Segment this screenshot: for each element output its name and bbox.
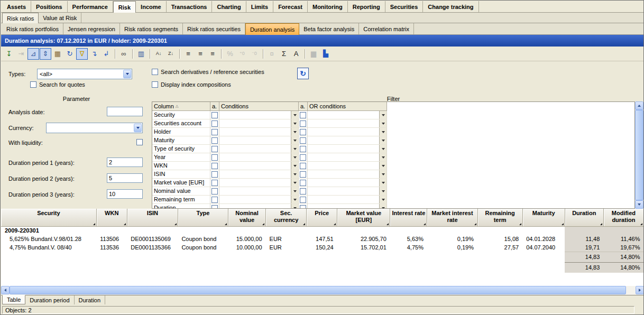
column-header-security[interactable]: Security: [1, 209, 96, 226]
group-label[interactable]: 2009-220301: [1, 226, 565, 235]
chevron-down-icon[interactable]: [291, 145, 298, 153]
column-header-wkn[interactable]: WKN: [96, 209, 127, 226]
tab-risk-ratios[interactable]: Risk ratios: [2, 13, 39, 23]
tab-charting[interactable]: Charting: [212, 1, 246, 12]
cell-duration[interactable]: 11,48: [565, 235, 603, 243]
tab-table[interactable]: Table: [2, 295, 25, 304]
chevron-down-icon[interactable]: [291, 111, 298, 119]
scroll-right-button[interactable]: [636, 286, 644, 294]
checkbox-icon[interactable]: [211, 154, 218, 161]
chevron-down-icon[interactable]: [291, 153, 298, 161]
cell-maturity[interactable]: 04.01.2028: [522, 235, 565, 243]
filter-header-column[interactable]: Column△: [152, 102, 210, 111]
checkbox-icon[interactable]: [300, 146, 306, 152]
tab-transactions[interactable]: Transactions: [167, 1, 213, 12]
checkbox-icon[interactable]: [211, 188, 218, 194]
apply-refresh-button[interactable]: ↻: [297, 68, 309, 79]
cell-interest-rate[interactable]: 5,63%: [390, 235, 427, 243]
tab-limits[interactable]: Limits: [246, 1, 273, 12]
filter-header-conditions[interactable]: Conditions: [219, 102, 299, 111]
currency-select[interactable]: [46, 123, 143, 133]
column-header-interest-rate[interactable]: Interest rate: [390, 209, 427, 226]
cell-market-interest-rate[interactable]: 0,19%: [427, 243, 477, 252]
checkbox-icon[interactable]: [211, 163, 218, 169]
scroll-up-button[interactable]: [635, 101, 643, 110]
expand-rows-icon[interactable]: ⇕: [40, 48, 51, 60]
chevron-down-icon[interactable]: [379, 162, 387, 170]
group-row[interactable]: 2009-220301: [1, 226, 644, 235]
chevron-down-icon[interactable]: [291, 128, 298, 136]
tab-monitoring[interactable]: Monitoring: [308, 1, 348, 12]
chevron-down-icon[interactable]: [291, 179, 298, 187]
cell-type[interactable]: Coupon bond: [178, 243, 228, 252]
chevron-down-icon[interactable]: [123, 70, 131, 78]
filter-vertical-scrollbar[interactable]: [635, 101, 643, 209]
checkbox-icon[interactable]: [300, 112, 306, 118]
align-right-icon[interactable]: ≡: [207, 48, 218, 60]
refresh-icon[interactable]: ↻: [64, 48, 76, 60]
cell-remaining-term[interactable]: 27,57: [477, 243, 522, 252]
tab-risk-ratios-securities[interactable]: Risk ratios securities: [183, 23, 245, 34]
checkbox-icon[interactable]: [300, 137, 306, 144]
cell-modified-duration[interactable]: 19,67%: [603, 243, 643, 252]
filter-header-or-conditions[interactable]: OR conditions: [308, 102, 387, 111]
tab-duration-analysis[interactable]: Duration analysis: [245, 23, 299, 35]
cell-price[interactable]: 150,24: [307, 243, 337, 252]
cell-security[interactable]: 4,75% Bundanl.V. 08/40: [1, 243, 96, 252]
cell-nominal-value[interactable]: 10.000,00: [228, 243, 266, 252]
cell-wkn[interactable]: 113506: [96, 235, 127, 243]
checkbox-icon[interactable]: [300, 171, 306, 178]
column-header-nominal-value[interactable]: Nominal value: [228, 209, 266, 226]
column-header-isin[interactable]: ISIN: [127, 209, 178, 226]
types-select[interactable]: <all>: [37, 69, 132, 79]
display-index-checkbox-row[interactable]: Display index compositions: [152, 81, 231, 88]
chevron-down-icon[interactable]: [379, 170, 387, 178]
cell-duration[interactable]: 19,71: [565, 243, 603, 252]
cell-modified-duration[interactable]: 11,46%: [603, 235, 643, 243]
duration-period3-input[interactable]: [107, 189, 143, 199]
checkbox-icon[interactable]: [152, 81, 158, 88]
checkbox-icon[interactable]: [300, 163, 306, 169]
checkbox-icon[interactable]: [211, 129, 218, 135]
cell-maturity[interactable]: 04.07.2040: [522, 243, 565, 252]
checkbox-icon[interactable]: [211, 171, 218, 178]
tab-correlation-matrix[interactable]: Correlation matrix: [359, 23, 414, 34]
column-header-modified-duration[interactable]: Modified duration: [603, 209, 643, 226]
checkbox-icon[interactable]: [300, 121, 306, 127]
search-binoculars-icon[interactable]: ∞: [118, 48, 130, 60]
cell-market-interest-rate[interactable]: 0,19%: [427, 235, 477, 243]
font-icon[interactable]: A: [290, 48, 302, 60]
scroll-left-button[interactable]: [1, 286, 10, 294]
tab-jensen-regression[interactable]: Jensen regression: [63, 23, 120, 34]
drill-down-icon[interactable]: ↴: [88, 48, 100, 60]
columns-icon[interactable]: ▥: [135, 48, 147, 60]
tab-beta-factor-analysis[interactable]: Beta factor analysis: [299, 23, 359, 34]
chart-wizard-icon[interactable]: ▙: [320, 48, 332, 60]
cell-wkn[interactable]: 113536: [96, 243, 127, 252]
filter-header-a[interactable]: a.: [299, 102, 308, 111]
checkbox-icon[interactable]: [300, 197, 306, 203]
column-header-price[interactable]: Price: [307, 209, 337, 226]
tab-reporting[interactable]: Reporting: [348, 1, 385, 12]
chevron-down-icon[interactable]: [379, 136, 387, 144]
checkbox-icon[interactable]: [211, 112, 218, 118]
tab-assets[interactable]: Assets: [2, 1, 31, 12]
chevron-down-icon[interactable]: [291, 187, 298, 195]
tab-performance[interactable]: Performance: [68, 1, 113, 12]
cell-remaining-term[interactable]: 15,08: [477, 235, 522, 243]
checkbox-icon[interactable]: [211, 121, 218, 127]
align-left-icon[interactable]: ≡: [182, 48, 194, 60]
tab-income[interactable]: Income: [136, 1, 167, 12]
cell-isin[interactable]: DE0001135069: [127, 235, 178, 243]
analysis-date-input[interactable]: [107, 107, 143, 116]
chevron-down-icon[interactable]: [379, 187, 387, 195]
chevron-down-icon[interactable]: [379, 111, 387, 119]
cell-sec-currency[interactable]: EUR: [266, 235, 307, 243]
checkbox-icon[interactable]: [211, 197, 218, 203]
chevron-down-icon[interactable]: [291, 162, 298, 170]
duration-period1-input[interactable]: [107, 158, 143, 167]
checkbox-icon[interactable]: [300, 188, 306, 194]
cell-isin[interactable]: DE0001135366: [127, 243, 178, 252]
tab-change-tracking[interactable]: Change tracking: [423, 1, 479, 12]
tab-positions[interactable]: Positions: [31, 1, 68, 12]
